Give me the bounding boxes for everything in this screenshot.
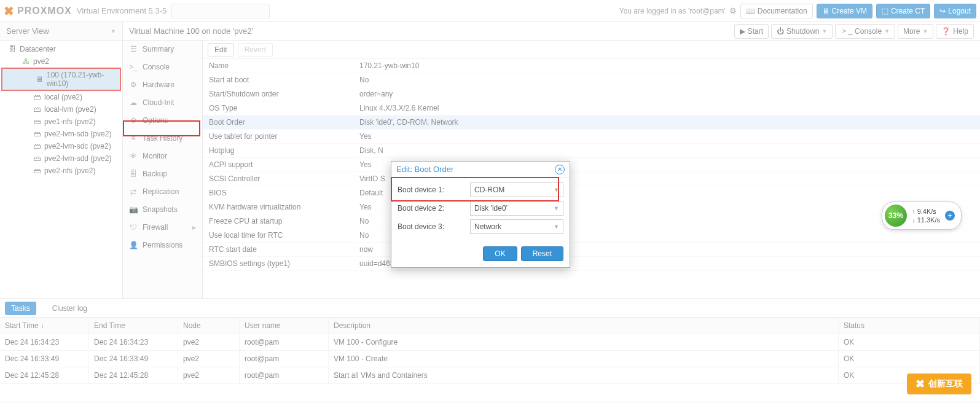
dialog-title-bar[interactable]: Edit: Boot Order ✕ bbox=[391, 162, 570, 178]
down-arrow-icon: ↓ bbox=[912, 216, 915, 224]
log-row[interactable]: Dec 24 16:34:23Dec 24 16:34:23pve2root@p… bbox=[0, 334, 980, 351]
col-status[interactable]: Status bbox=[839, 318, 980, 334]
storage-icon: 🗃 bbox=[33, 105, 41, 114]
col-end[interactable]: End Time bbox=[89, 318, 178, 334]
plus-icon[interactable]: + bbox=[945, 211, 955, 221]
server-view-dropdown[interactable]: Server View▼ bbox=[0, 22, 123, 40]
col-desc[interactable]: Description bbox=[329, 318, 839, 334]
up-arrow-icon: ↑ bbox=[912, 208, 915, 215]
side-item-console[interactable]: >_Console bbox=[123, 58, 202, 76]
breadcrumb: Virtual Machine 100 on node 'pve2' bbox=[129, 26, 253, 36]
option-row[interactable]: ACPI supportYes bbox=[203, 158, 980, 172]
menu-icon: >_ bbox=[129, 63, 138, 71]
boot-device-select[interactable]: CD-ROM▼ bbox=[470, 182, 563, 197]
edit-button[interactable]: Edit bbox=[208, 43, 234, 57]
ok-button[interactable]: OK bbox=[483, 246, 517, 261]
field-label: Boot device 2: bbox=[398, 204, 465, 213]
option-row[interactable]: Use tablet for pointerYes bbox=[203, 130, 980, 144]
col-node[interactable]: Node bbox=[178, 318, 240, 334]
reset-button[interactable]: Reset bbox=[521, 246, 563, 261]
col-start[interactable]: Start Time ↓ bbox=[0, 318, 89, 334]
option-row[interactable]: Start/Shutdown orderorder=any bbox=[203, 87, 980, 101]
tree-node-pve2[interactable]: 🖧pve2 bbox=[0, 55, 122, 68]
tree-storage[interactable]: 🗃pve2-lvm-sdb (pve2) bbox=[0, 128, 122, 140]
log-row[interactable]: Dec 24 12:45:28Dec 24 12:45:28pve2root@p… bbox=[0, 367, 980, 384]
option-row[interactable]: Name170.21-ywb-win10 bbox=[203, 59, 980, 73]
side-item-options[interactable]: ⚙Options bbox=[123, 112, 202, 130]
option-row[interactable]: OS TypeLinux 4.X/3.X/2.6 Kernel bbox=[203, 101, 980, 115]
side-item-hardware[interactable]: ⚙Hardware bbox=[123, 76, 202, 94]
side-menu: ☰Summary>_Console⚙Hardware☁Cloud-Init⚙Op… bbox=[123, 41, 203, 299]
option-row[interactable]: SMBIOS settings (type1)uuid=d46351c6-e25… bbox=[203, 257, 980, 271]
option-row[interactable]: SCSI ControllerVirtIO S bbox=[203, 172, 980, 186]
help-icon: ❓ bbox=[941, 27, 951, 36]
tree-vm-100[interactable]: 🖥100 (170.21-ywb-win10) bbox=[1, 68, 121, 91]
boot-device-select[interactable]: Disk 'ide0'▼ bbox=[470, 201, 563, 216]
toolbar-row: Server View▼ Virtual Machine 100 on node… bbox=[0, 22, 980, 41]
create-ct-button[interactable]: ⬚Create CT bbox=[876, 4, 930, 18]
side-item-summary[interactable]: ☰Summary bbox=[123, 41, 202, 58]
close-icon[interactable]: ✕ bbox=[555, 165, 565, 174]
watermark-x-icon: ✖ bbox=[915, 377, 925, 391]
option-row[interactable]: Start at bootNo bbox=[203, 73, 980, 87]
option-row[interactable]: RTC start datenow bbox=[203, 243, 980, 257]
side-item-permissions[interactable]: 👤Permissions bbox=[123, 237, 202, 254]
start-button[interactable]: ▶Start bbox=[734, 24, 769, 39]
side-item-backup[interactable]: 🗄Backup bbox=[123, 165, 202, 183]
option-key: Name bbox=[209, 61, 359, 70]
tree-storage[interactable]: 🗃local (pve2) bbox=[0, 91, 122, 103]
side-item-task-history[interactable]: ≡Task History bbox=[123, 130, 202, 147]
gear-icon[interactable]: ⚙ bbox=[729, 6, 737, 15]
option-row[interactable]: Use local time for RTCNo bbox=[203, 229, 980, 243]
tree-storage[interactable]: 🗃pve2-nfs (pve2) bbox=[0, 165, 122, 177]
speed-badge[interactable]: 33% ↑ 9.4K/s ↓ 11.3K/s + bbox=[882, 202, 962, 230]
option-row[interactable]: Freeze CPU at startupNo bbox=[203, 214, 980, 229]
tree-storage[interactable]: 🗃pve1-nfs (pve2) bbox=[0, 115, 122, 128]
dialog-title: Edit: Boot Order bbox=[396, 165, 453, 174]
boot-device-select[interactable]: Network▼ bbox=[470, 219, 563, 234]
side-item-firewall[interactable]: 🛡Firewall▸ bbox=[123, 219, 202, 237]
tree-datacenter[interactable]: 🗄Datacenter bbox=[0, 43, 122, 55]
option-value: Disk, N bbox=[359, 146, 974, 155]
side-item-monitor[interactable]: 👁Monitor bbox=[123, 147, 202, 165]
more-button[interactable]: More▼ bbox=[898, 24, 933, 39]
side-item-cloud-init[interactable]: ☁Cloud-Init bbox=[123, 94, 202, 112]
menu-icon: ⇄ bbox=[129, 187, 138, 196]
tree-storage[interactable]: 🗃pve2-lvm-sdc (pve2) bbox=[0, 140, 122, 152]
side-item-snapshots[interactable]: 📷Snapshots bbox=[123, 201, 202, 219]
chevron-down-icon: ▼ bbox=[554, 187, 559, 193]
logout-icon: ↪ bbox=[939, 7, 946, 15]
upload-speed: ↑ 9.4K/s bbox=[912, 207, 940, 216]
col-user[interactable]: User name bbox=[240, 318, 329, 334]
shutdown-button[interactable]: ⏻Shutdown▼ bbox=[771, 24, 833, 39]
menu-icon: 📷 bbox=[129, 205, 138, 214]
field-label: Boot device 1: bbox=[398, 186, 465, 194]
option-row[interactable]: BIOSDefault bbox=[203, 186, 980, 200]
search-input[interactable] bbox=[171, 4, 270, 18]
tab-cluster-log[interactable]: Cluster log bbox=[46, 302, 93, 315]
help-button[interactable]: ❓Help bbox=[936, 24, 974, 39]
documentation-button[interactable]: 📖Documentation bbox=[740, 4, 813, 18]
option-value: No bbox=[359, 76, 974, 84]
option-key: Start at boot bbox=[209, 76, 359, 84]
create-vm-button[interactable]: 🖥Create VM bbox=[817, 4, 872, 18]
option-row[interactable]: HotplugDisk, N bbox=[203, 144, 980, 158]
option-row[interactable]: Boot OrderDisk 'ide0', CD-ROM, Network bbox=[203, 115, 980, 130]
menu-icon: ⚙ bbox=[129, 80, 138, 89]
boot-order-dialog: Edit: Boot Order ✕ Boot device 1:CD-ROM▼… bbox=[391, 161, 570, 268]
tree-storage[interactable]: 🗃pve2-lvm-sdd (pve2) bbox=[0, 152, 122, 165]
console-button[interactable]: ＞_Console▼ bbox=[835, 24, 895, 39]
option-key: OS Type bbox=[209, 104, 359, 112]
option-row[interactable]: KVM hardware virtualizationYes bbox=[203, 200, 980, 214]
field-label: Boot device 3: bbox=[398, 222, 465, 231]
tab-tasks[interactable]: Tasks bbox=[5, 302, 36, 315]
tree-storage[interactable]: 🗃local-lvm (pve2) bbox=[0, 103, 122, 115]
header-bar: ✖ PROXMOX Virtual Environment 5.3-5 You … bbox=[0, 0, 980, 22]
side-item-replication[interactable]: ⇄Replication bbox=[123, 183, 202, 201]
revert-button[interactable]: Revert bbox=[238, 43, 273, 57]
storage-icon: 🗃 bbox=[33, 130, 41, 138]
logout-button[interactable]: ↪Logout bbox=[934, 4, 976, 18]
storage-icon: 🗃 bbox=[33, 142, 41, 151]
storage-icon: 🗃 bbox=[33, 117, 41, 126]
log-row[interactable]: Dec 24 16:33:49Dec 24 16:33:49pve2root@p… bbox=[0, 351, 980, 367]
